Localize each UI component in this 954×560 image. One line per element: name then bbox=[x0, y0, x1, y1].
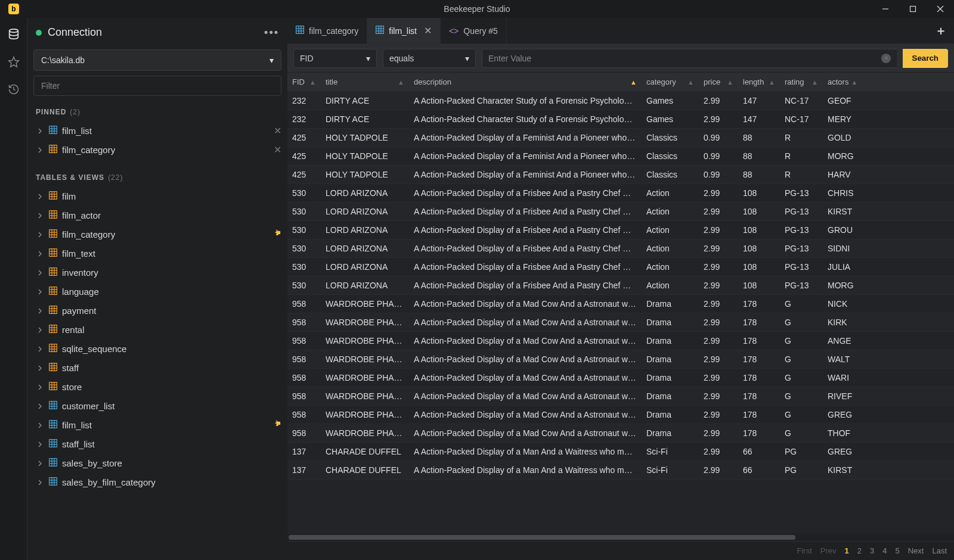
cell-title[interactable]: CHARADE DUFFEL bbox=[321, 447, 409, 456]
cell-actors[interactable]: KIRK bbox=[823, 318, 862, 327]
cell-fid[interactable]: 137 bbox=[287, 447, 321, 456]
table-item[interactable]: rental bbox=[27, 320, 287, 339]
cell-title[interactable]: WARDROBE PHANT... bbox=[321, 299, 409, 309]
table-row[interactable]: 425HOLY TADPOLEA Action-Packed Display o… bbox=[287, 129, 954, 147]
page-number[interactable]: 3 bbox=[870, 546, 874, 555]
cell-fid[interactable]: 530 bbox=[287, 244, 321, 253]
page-next[interactable]: Next bbox=[908, 546, 924, 555]
cell-category[interactable]: Drama bbox=[642, 391, 699, 401]
cell-title[interactable]: HOLY TADPOLE bbox=[321, 133, 409, 142]
cell-actors[interactable]: NICK bbox=[823, 299, 862, 309]
cell-rating[interactable]: R bbox=[780, 133, 823, 142]
cell-rating[interactable]: PG-13 bbox=[780, 188, 823, 198]
cell-category[interactable]: Sci-Fi bbox=[642, 465, 699, 475]
cell-actors[interactable]: WALT bbox=[823, 354, 862, 364]
horizontal-scrollbar[interactable] bbox=[287, 534, 954, 541]
cell-actors[interactable]: WARI bbox=[823, 373, 862, 382]
cell-length[interactable]: 178 bbox=[738, 428, 780, 438]
cell-actors[interactable]: MORG bbox=[823, 281, 862, 290]
cell-rating[interactable]: PG bbox=[780, 447, 823, 456]
table-row[interactable]: 958WARDROBE PHANT...A Action-Packed Disp… bbox=[287, 332, 954, 350]
filter-operator-select[interactable]: equals▾ bbox=[383, 49, 476, 68]
cell-rating[interactable]: G bbox=[780, 391, 823, 401]
cell-length[interactable]: 108 bbox=[738, 281, 780, 290]
cell-length[interactable]: 178 bbox=[738, 373, 780, 382]
table-row[interactable]: 232DIRTY ACEA Action-Packed Character St… bbox=[287, 110, 954, 129]
cell-price[interactable]: 2.99 bbox=[699, 225, 738, 235]
column-header-description[interactable]: description ▲ bbox=[409, 73, 642, 91]
cell-fid[interactable]: 425 bbox=[287, 133, 321, 142]
tab[interactable]: film_list ✕ bbox=[367, 18, 441, 43]
cell-rating[interactable]: G bbox=[780, 354, 823, 364]
table-item[interactable]: payment bbox=[27, 301, 287, 320]
column-header-price[interactable]: price ▲ bbox=[699, 73, 738, 91]
table-item[interactable]: film_text bbox=[27, 244, 287, 263]
cell-rating[interactable]: G bbox=[780, 428, 823, 438]
page-number[interactable]: 5 bbox=[895, 546, 899, 555]
unpin-button[interactable]: ✕ bbox=[274, 125, 281, 136]
table-item[interactable]: film_list bbox=[27, 415, 287, 434]
cell-fid[interactable]: 232 bbox=[287, 96, 321, 105]
table-item[interactable]: sales_by_film_category bbox=[27, 472, 287, 491]
cell-description[interactable]: A Action-Packed Display of a Mad Cow And… bbox=[409, 318, 642, 327]
column-header-title[interactable]: title ▲ bbox=[321, 73, 409, 91]
cell-actors[interactable]: KIRST bbox=[823, 207, 862, 216]
cell-rating[interactable]: G bbox=[780, 336, 823, 346]
column-header-fid[interactable]: FID ▲ bbox=[287, 73, 321, 91]
cell-rating[interactable]: G bbox=[780, 318, 823, 327]
cell-fid[interactable]: 530 bbox=[287, 262, 321, 272]
table-row[interactable]: 530LORD ARIZONAA Action-Packed Display o… bbox=[287, 184, 954, 203]
cell-length[interactable]: 88 bbox=[738, 133, 780, 142]
table-row[interactable]: 530LORD ARIZONAA Action-Packed Display o… bbox=[287, 239, 954, 258]
cell-actors[interactable]: CHRIS bbox=[823, 188, 862, 198]
cell-description[interactable]: A Action-Packed Display of a Frisbee And… bbox=[409, 244, 642, 253]
cell-price[interactable]: 0.99 bbox=[699, 133, 738, 142]
cell-fid[interactable]: 530 bbox=[287, 281, 321, 290]
database-icon[interactable] bbox=[7, 27, 21, 42]
cell-fid[interactable]: 958 bbox=[287, 410, 321, 419]
table-row[interactable]: 958WARDROBE PHANT...A Action-Packed Disp… bbox=[287, 369, 954, 387]
cell-rating[interactable]: PG-13 bbox=[780, 262, 823, 272]
page-prev[interactable]: Prev bbox=[820, 546, 837, 555]
cell-category[interactable]: Classics bbox=[642, 133, 699, 142]
cell-actors[interactable]: GEOF bbox=[823, 96, 862, 105]
cell-price[interactable]: 2.99 bbox=[699, 354, 738, 364]
cell-price[interactable]: 2.99 bbox=[699, 373, 738, 382]
cell-description[interactable]: A Action-Packed Display of a Feminist An… bbox=[409, 170, 642, 179]
table-row[interactable]: 958WARDROBE PHANT...A Action-Packed Disp… bbox=[287, 424, 954, 443]
pinned-item[interactable]: film_list ✕ bbox=[27, 121, 287, 140]
cell-actors[interactable]: MERY bbox=[823, 114, 862, 124]
cell-category[interactable]: Drama bbox=[642, 354, 699, 364]
cell-fid[interactable]: 958 bbox=[287, 336, 321, 346]
cell-price[interactable]: 2.99 bbox=[699, 244, 738, 253]
cell-description[interactable]: A Action-Packed Display of a Mad Cow And… bbox=[409, 354, 642, 364]
cell-title[interactable]: LORD ARIZONA bbox=[321, 281, 409, 290]
cell-title[interactable]: WARDROBE PHANT... bbox=[321, 318, 409, 327]
star-icon[interactable] bbox=[7, 55, 21, 69]
cell-length[interactable]: 88 bbox=[738, 170, 780, 179]
cell-length[interactable]: 108 bbox=[738, 225, 780, 235]
cell-description[interactable]: A Action-Packed Display of a Mad Cow And… bbox=[409, 391, 642, 401]
filter-column-select[interactable]: FID▾ bbox=[293, 49, 377, 68]
cell-price[interactable]: 0.99 bbox=[699, 170, 738, 179]
cell-fid[interactable]: 958 bbox=[287, 391, 321, 401]
clear-icon[interactable]: ✕ bbox=[881, 54, 891, 63]
cell-rating[interactable]: NC-17 bbox=[780, 96, 823, 105]
cell-rating[interactable]: PG-13 bbox=[780, 225, 823, 235]
page-number[interactable]: 4 bbox=[882, 546, 887, 555]
cell-description[interactable]: A Action-Packed Display of a Mad Cow And… bbox=[409, 410, 642, 419]
cell-rating[interactable]: G bbox=[780, 410, 823, 419]
close-button[interactable] bbox=[927, 0, 954, 18]
cell-fid[interactable]: 232 bbox=[287, 114, 321, 124]
table-item[interactable]: store bbox=[27, 377, 287, 396]
filter-value-input[interactable]: ✕ bbox=[482, 49, 897, 68]
cell-length[interactable]: 178 bbox=[738, 410, 780, 419]
table-item[interactable]: sales_by_store bbox=[27, 453, 287, 472]
cell-rating[interactable]: NC-17 bbox=[780, 114, 823, 124]
cell-actors[interactable]: ANGE bbox=[823, 336, 862, 346]
table-item[interactable]: staff_list bbox=[27, 434, 287, 453]
cell-description[interactable]: A Action-Packed Display of a Feminist An… bbox=[409, 133, 642, 142]
cell-title[interactable]: WARDROBE PHANT... bbox=[321, 391, 409, 401]
cell-category[interactable]: Games bbox=[642, 114, 699, 124]
table-row[interactable]: 530LORD ARIZONAA Action-Packed Display o… bbox=[287, 203, 954, 221]
